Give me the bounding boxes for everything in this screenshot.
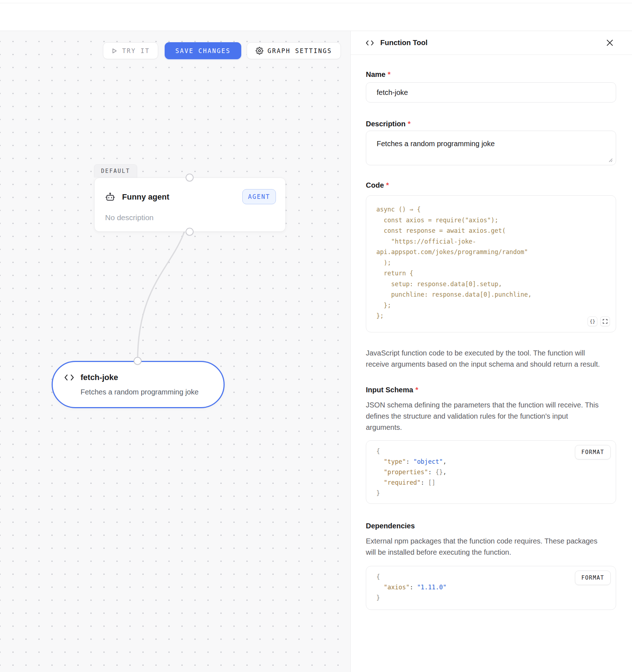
name-input[interactable] bbox=[366, 82, 616, 102]
required-marker: * bbox=[386, 181, 389, 189]
graph-settings-button[interactable]: GRAPH SETTINGS bbox=[247, 42, 341, 59]
function-tool-panel: Function Tool Name* Description* Fetches… bbox=[350, 31, 632, 672]
graph-settings-label: GRAPH SETTINGS bbox=[268, 47, 332, 54]
try-it-button[interactable]: TRY IT bbox=[103, 42, 158, 59]
panel-header: Function Tool bbox=[351, 31, 632, 55]
description-label: Description* bbox=[366, 120, 616, 128]
format-braces-icon[interactable]: {} bbox=[588, 317, 597, 326]
tool-node-header: fetch-joke bbox=[64, 373, 118, 382]
input-schema-editor[interactable]: { "type": "object", "properties": {}, "r… bbox=[366, 440, 616, 504]
format-button[interactable]: FORMAT bbox=[575, 445, 611, 459]
required-marker: * bbox=[415, 386, 418, 394]
input-schema-label: Input Schema* bbox=[366, 386, 616, 394]
try-it-label: TRY IT bbox=[122, 47, 150, 54]
code-icon bbox=[365, 39, 375, 47]
robot-icon bbox=[105, 192, 116, 202]
connection-handle-tool-top[interactable] bbox=[134, 357, 142, 365]
dependencies-help-text: External npm packages that the function … bbox=[366, 536, 604, 558]
panel-body: Name* Description* Fetches a random prog… bbox=[351, 55, 632, 610]
expand-fullscreen-icon[interactable] bbox=[600, 317, 610, 326]
input-schema-help-text: JSON schema defining the parameters that… bbox=[366, 400, 604, 433]
play-icon bbox=[111, 48, 118, 54]
save-changes-button[interactable]: SAVE CHANGES bbox=[165, 42, 241, 59]
group-tab-label: DEFAULT bbox=[101, 168, 130, 174]
agent-node[interactable]: Funny agent AGENT No description bbox=[94, 178, 286, 232]
agent-node-header: Funny agent bbox=[105, 192, 169, 202]
close-icon[interactable] bbox=[605, 38, 615, 48]
tool-node-description: Fetches a random programming joke bbox=[81, 388, 199, 396]
app-window: TRY IT SAVE CHANGES GRAPH SETTINGS DEFAU… bbox=[0, 0, 632, 672]
dependencies-label: Dependencies bbox=[366, 522, 616, 530]
format-button[interactable]: FORMAT bbox=[575, 571, 611, 585]
resize-grip-icon[interactable] bbox=[608, 157, 612, 162]
connection-handle-agent-top[interactable] bbox=[186, 174, 194, 182]
graph-canvas[interactable]: TRY IT SAVE CHANGES GRAPH SETTINGS DEFAU… bbox=[0, 31, 350, 672]
top-divider bbox=[0, 3, 632, 3]
code-icon bbox=[64, 373, 74, 382]
save-changes-label: SAVE CHANGES bbox=[176, 47, 231, 54]
tool-node-fetch-joke[interactable]: fetch-joke Fetches a random programming … bbox=[52, 361, 225, 408]
connection-edge bbox=[0, 31, 350, 672]
required-marker: * bbox=[388, 70, 390, 78]
panel-title: Function Tool bbox=[380, 39, 428, 47]
code-editor[interactable]: async () ⇒ { const axios = require("axio… bbox=[366, 195, 616, 332]
code-editor-content[interactable]: async () ⇒ { const axios = require("axio… bbox=[366, 204, 616, 322]
dependencies-editor[interactable]: { "axios": "1.11.0"} FORMAT bbox=[366, 566, 616, 610]
agent-node-description: No description bbox=[105, 213, 153, 222]
group-tab-default[interactable]: DEFAULT bbox=[94, 164, 137, 178]
code-help-text: JavaScript function code to be executed … bbox=[366, 348, 604, 370]
agent-node-title: Funny agent bbox=[122, 192, 169, 202]
description-textarea[interactable]: Fetches a random programming joke bbox=[366, 131, 616, 165]
gear-icon bbox=[256, 47, 263, 54]
connection-handle-agent-bottom[interactable] bbox=[186, 228, 194, 236]
required-marker: * bbox=[408, 120, 411, 128]
agent-type-badge: AGENT bbox=[242, 189, 276, 204]
tool-node-title: fetch-joke bbox=[81, 373, 118, 382]
top-bar bbox=[0, 0, 632, 31]
name-label: Name* bbox=[366, 70, 616, 78]
code-label: Code* bbox=[366, 181, 616, 189]
